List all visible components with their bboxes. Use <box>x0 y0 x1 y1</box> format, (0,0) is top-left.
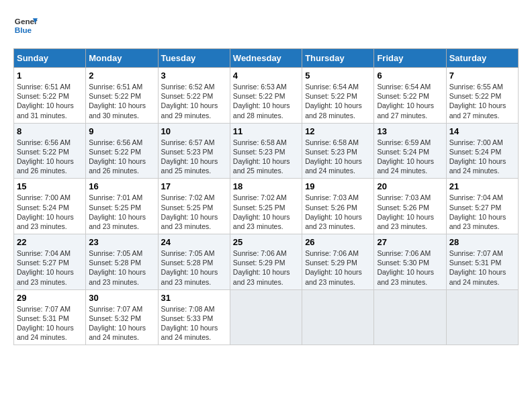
calendar-cell: 18Sunrise: 7:02 AMSunset: 5:25 PMDayligh… <box>230 179 302 234</box>
calendar-cell: 10Sunrise: 6:57 AMSunset: 5:23 PMDayligh… <box>158 123 230 179</box>
weekday-header-sunday: Sunday <box>14 49 86 68</box>
day-info: Sunrise: 6:54 AMSunset: 5:22 PMDaylight:… <box>377 82 443 120</box>
day-number: 1 <box>17 71 83 81</box>
weekday-header-friday: Friday <box>374 49 446 68</box>
day-info: Sunrise: 7:06 AMSunset: 5:30 PMDaylight:… <box>377 248 443 287</box>
day-info: Sunrise: 6:58 AMSunset: 5:23 PMDaylight:… <box>233 138 299 176</box>
weekday-header-wednesday: Wednesday <box>230 49 302 68</box>
day-info: Sunrise: 7:01 AMSunset: 5:25 PMDaylight:… <box>89 193 154 231</box>
day-number: 21 <box>449 181 515 191</box>
calendar-cell <box>446 289 518 345</box>
calendar-cell: 23Sunrise: 7:05 AMSunset: 5:28 PMDayligh… <box>86 234 158 290</box>
calendar-week-2: 8Sunrise: 6:56 AMSunset: 5:22 PMDaylight… <box>14 123 519 179</box>
day-number: 3 <box>161 71 227 81</box>
day-number: 19 <box>305 181 371 191</box>
day-info: Sunrise: 7:05 AMSunset: 5:28 PMDaylight:… <box>161 248 227 287</box>
day-info: Sunrise: 6:52 AMSunset: 5:22 PMDaylight:… <box>161 82 227 120</box>
calendar-week-4: 22Sunrise: 7:04 AMSunset: 5:27 PMDayligh… <box>14 234 519 290</box>
calendar-cell: 22Sunrise: 7:04 AMSunset: 5:27 PMDayligh… <box>14 234 86 290</box>
day-number: 4 <box>233 71 299 81</box>
weekday-header-saturday: Saturday <box>446 49 518 68</box>
day-number: 6 <box>377 71 443 81</box>
day-info: Sunrise: 7:07 AMSunset: 5:31 PMDaylight:… <box>449 248 515 287</box>
calendar-cell: 3Sunrise: 6:52 AMSunset: 5:22 PMDaylight… <box>158 68 230 124</box>
day-info: Sunrise: 6:56 AMSunset: 5:22 PMDaylight:… <box>89 138 154 176</box>
logo: General Blue <box>13 13 38 38</box>
day-number: 29 <box>17 293 83 303</box>
day-info: Sunrise: 6:57 AMSunset: 5:23 PMDaylight:… <box>161 138 227 176</box>
calendar-cell: 5Sunrise: 6:54 AMSunset: 5:22 PMDaylight… <box>302 68 374 124</box>
day-number: 25 <box>233 237 299 247</box>
day-number: 10 <box>161 126 227 136</box>
day-number: 23 <box>89 237 154 247</box>
weekday-header-thursday: Thursday <box>302 49 374 68</box>
calendar-cell: 15Sunrise: 7:00 AMSunset: 5:24 PMDayligh… <box>14 179 86 234</box>
calendar-cell: 11Sunrise: 6:58 AMSunset: 5:23 PMDayligh… <box>230 123 302 179</box>
calendar-cell: 2Sunrise: 6:51 AMSunset: 5:22 PMDaylight… <box>86 68 158 124</box>
day-info: Sunrise: 6:54 AMSunset: 5:22 PMDaylight:… <box>305 82 371 120</box>
day-info: Sunrise: 6:59 AMSunset: 5:24 PMDaylight:… <box>377 138 443 176</box>
weekday-header-row: SundayMondayTuesdayWednesdayThursdayFrid… <box>14 49 519 68</box>
calendar-cell: 29Sunrise: 7:07 AMSunset: 5:31 PMDayligh… <box>14 289 86 345</box>
calendar-cell: 12Sunrise: 6:58 AMSunset: 5:23 PMDayligh… <box>302 123 374 179</box>
day-info: Sunrise: 7:03 AMSunset: 5:26 PMDaylight:… <box>377 193 443 231</box>
day-info: Sunrise: 6:56 AMSunset: 5:22 PMDaylight:… <box>17 138 83 176</box>
calendar-cell: 21Sunrise: 7:04 AMSunset: 5:27 PMDayligh… <box>446 179 518 234</box>
day-number: 16 <box>89 181 154 191</box>
calendar-week-5: 29Sunrise: 7:07 AMSunset: 5:31 PMDayligh… <box>14 289 519 345</box>
day-number: 2 <box>89 71 154 81</box>
day-info: Sunrise: 7:06 AMSunset: 5:29 PMDaylight:… <box>233 248 299 287</box>
day-info: Sunrise: 7:07 AMSunset: 5:32 PMDaylight:… <box>89 304 154 342</box>
day-number: 12 <box>305 126 371 136</box>
day-number: 5 <box>305 71 371 81</box>
day-info: Sunrise: 7:08 AMSunset: 5:33 PMDaylight:… <box>161 304 227 342</box>
day-number: 28 <box>449 237 515 247</box>
day-number: 7 <box>449 71 515 81</box>
calendar-cell: 6Sunrise: 6:54 AMSunset: 5:22 PMDaylight… <box>374 68 446 124</box>
day-info: Sunrise: 7:04 AMSunset: 5:27 PMDaylight:… <box>17 248 83 287</box>
svg-text:Blue: Blue <box>15 26 32 34</box>
calendar-cell <box>230 289 302 345</box>
day-number: 18 <box>233 181 299 191</box>
calendar-cell: 8Sunrise: 6:56 AMSunset: 5:22 PMDaylight… <box>14 123 86 179</box>
day-info: Sunrise: 7:02 AMSunset: 5:25 PMDaylight:… <box>161 193 227 231</box>
calendar-cell: 27Sunrise: 7:06 AMSunset: 5:30 PMDayligh… <box>374 234 446 290</box>
calendar-cell: 24Sunrise: 7:05 AMSunset: 5:28 PMDayligh… <box>158 234 230 290</box>
calendar-cell <box>374 289 446 345</box>
day-info: Sunrise: 7:05 AMSunset: 5:28 PMDaylight:… <box>89 248 154 287</box>
day-info: Sunrise: 6:51 AMSunset: 5:22 PMDaylight:… <box>17 82 83 120</box>
day-info: Sunrise: 7:00 AMSunset: 5:24 PMDaylight:… <box>449 138 515 176</box>
calendar-cell: 31Sunrise: 7:08 AMSunset: 5:33 PMDayligh… <box>158 289 230 345</box>
svg-text:General: General <box>15 17 38 26</box>
calendar-cell: 4Sunrise: 6:53 AMSunset: 5:22 PMDaylight… <box>230 68 302 124</box>
calendar-week-3: 15Sunrise: 7:00 AMSunset: 5:24 PMDayligh… <box>14 179 519 234</box>
day-number: 24 <box>161 237 227 247</box>
weekday-header-monday: Monday <box>86 49 158 68</box>
calendar-cell: 1Sunrise: 6:51 AMSunset: 5:22 PMDaylight… <box>14 68 86 124</box>
day-info: Sunrise: 7:00 AMSunset: 5:24 PMDaylight:… <box>17 193 83 231</box>
day-number: 9 <box>89 126 154 136</box>
calendar-table: SundayMondayTuesdayWednesdayThursdayFrid… <box>13 48 519 345</box>
day-info: Sunrise: 6:53 AMSunset: 5:22 PMDaylight:… <box>233 82 299 120</box>
day-info: Sunrise: 6:55 AMSunset: 5:22 PMDaylight:… <box>449 82 515 120</box>
calendar-cell: 28Sunrise: 7:07 AMSunset: 5:31 PMDayligh… <box>446 234 518 290</box>
weekday-header-tuesday: Tuesday <box>158 49 230 68</box>
calendar-week-1: 1Sunrise: 6:51 AMSunset: 5:22 PMDaylight… <box>14 68 519 124</box>
day-number: 8 <box>17 126 83 136</box>
day-number: 20 <box>377 181 443 191</box>
day-number: 15 <box>17 181 83 191</box>
day-info: Sunrise: 7:06 AMSunset: 5:29 PMDaylight:… <box>305 248 371 287</box>
day-number: 31 <box>161 293 227 303</box>
day-info: Sunrise: 7:04 AMSunset: 5:27 PMDaylight:… <box>449 193 515 231</box>
day-number: 11 <box>233 126 299 136</box>
calendar-cell: 9Sunrise: 6:56 AMSunset: 5:22 PMDaylight… <box>86 123 158 179</box>
day-info: Sunrise: 6:58 AMSunset: 5:23 PMDaylight:… <box>305 138 371 176</box>
calendar-cell: 30Sunrise: 7:07 AMSunset: 5:32 PMDayligh… <box>86 289 158 345</box>
calendar-cell: 13Sunrise: 6:59 AMSunset: 5:24 PMDayligh… <box>374 123 446 179</box>
calendar-cell <box>302 289 374 345</box>
logo-icon: General Blue <box>13 13 38 38</box>
day-number: 14 <box>449 126 515 136</box>
day-number: 27 <box>377 237 443 247</box>
day-info: Sunrise: 7:02 AMSunset: 5:25 PMDaylight:… <box>233 193 299 231</box>
day-number: 22 <box>17 237 83 247</box>
